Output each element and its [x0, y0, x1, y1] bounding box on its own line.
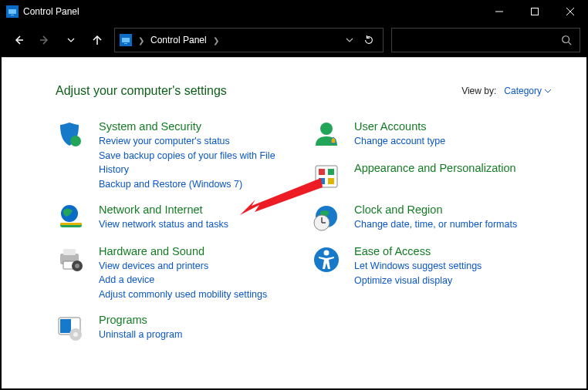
- link[interactable]: Review your computer's status: [99, 134, 296, 149]
- svg-rect-18: [63, 249, 76, 255]
- forward-button[interactable]: [35, 31, 54, 49]
- search-icon: [561, 35, 572, 45]
- chevron-down-icon: [545, 88, 551, 94]
- navbar: ❯ Control Panel ❯: [0, 23, 588, 62]
- category-clock-region[interactable]: Clock and Region: [354, 203, 517, 217]
- category-system-security[interactable]: System and Security: [99, 119, 296, 134]
- programs-icon: [56, 313, 86, 344]
- svg-rect-28: [319, 169, 325, 175]
- svg-point-21: [75, 264, 79, 268]
- svg-point-37: [324, 250, 329, 256]
- category-user-accounts[interactable]: User Accounts: [354, 119, 445, 134]
- clock-icon: [311, 203, 342, 234]
- control-panel-icon: [120, 34, 132, 46]
- window-title: Control Panel: [23, 6, 79, 17]
- svg-rect-1: [11, 15, 14, 15]
- link[interactable]: Optimize visual display: [354, 274, 482, 288]
- svg-rect-9: [122, 38, 130, 42]
- address-dropdown[interactable]: [346, 35, 353, 46]
- link[interactable]: Save backup copies of your files with Fi…: [99, 149, 296, 178]
- globe-icon: [56, 203, 86, 234]
- printer-icon: [56, 244, 86, 275]
- accessibility-icon: [311, 244, 342, 275]
- maximize-button[interactable]: [517, 0, 553, 23]
- personalization-icon: [311, 161, 342, 192]
- svg-point-13: [70, 136, 81, 146]
- search-input[interactable]: [391, 28, 580, 52]
- user-icon: [311, 119, 342, 150]
- svg-point-25: [73, 332, 78, 337]
- svg-rect-29: [328, 169, 334, 175]
- link[interactable]: Adjust commonly used mobility settings: [99, 287, 267, 302]
- svg-rect-23: [60, 319, 71, 333]
- breadcrumb[interactable]: Control Panel: [150, 35, 207, 45]
- close-button[interactable]: [553, 0, 588, 23]
- recent-dropdown[interactable]: [62, 31, 80, 49]
- svg-rect-30: [319, 178, 325, 184]
- link[interactable]: Backup and Restore (Windows 7): [99, 177, 296, 192]
- link[interactable]: Let Windows suggest settings: [354, 259, 482, 274]
- refresh-button[interactable]: [360, 31, 378, 49]
- svg-point-11: [563, 36, 569, 43]
- category-hardware-sound[interactable]: Hardware and Sound: [99, 244, 267, 259]
- viewby-label: View by:: [461, 86, 496, 96]
- svg-line-12: [569, 42, 572, 45]
- page-title: Adjust your computer's settings: [56, 84, 227, 98]
- svg-rect-10: [124, 43, 127, 44]
- svg-rect-3: [532, 8, 539, 15]
- control-panel-icon: [6, 5, 19, 18]
- viewby-dropdown[interactable]: Category: [504, 86, 551, 96]
- svg-point-26: [320, 123, 333, 135]
- address-bar[interactable]: ❯ Control Panel ❯: [114, 28, 384, 52]
- category-programs[interactable]: Programs: [99, 313, 182, 328]
- link[interactable]: Uninstall a program: [99, 328, 182, 342]
- window: Control Panel ❯ Control Panel ❯: [0, 0, 588, 390]
- category-network-internet[interactable]: Network and Internet: [99, 203, 228, 217]
- category-appearance[interactable]: Appearance and Personalization: [354, 161, 516, 176]
- svg-rect-31: [328, 178, 334, 184]
- up-button[interactable]: [88, 31, 106, 49]
- shield-icon: [56, 119, 86, 150]
- link[interactable]: Add a device: [99, 273, 267, 287]
- category-ease-access[interactable]: Ease of Access: [354, 244, 482, 259]
- back-button[interactable]: [9, 31, 28, 49]
- svg-rect-0: [8, 9, 16, 14]
- chevron-right-icon[interactable]: ❯: [213, 36, 219, 45]
- content-area: Adjust your computer's settings View by:…: [2, 57, 586, 388]
- link[interactable]: Change date, time, or number formats: [354, 217, 517, 232]
- titlebar: Control Panel: [0, 0, 588, 23]
- link[interactable]: View devices and printers: [99, 259, 267, 274]
- chevron-right-icon[interactable]: ❯: [138, 36, 144, 45]
- link[interactable]: Change account type: [354, 134, 445, 149]
- minimize-button[interactable]: [482, 0, 517, 23]
- link[interactable]: View network status and tasks: [99, 217, 228, 232]
- svg-rect-16: [60, 223, 82, 225]
